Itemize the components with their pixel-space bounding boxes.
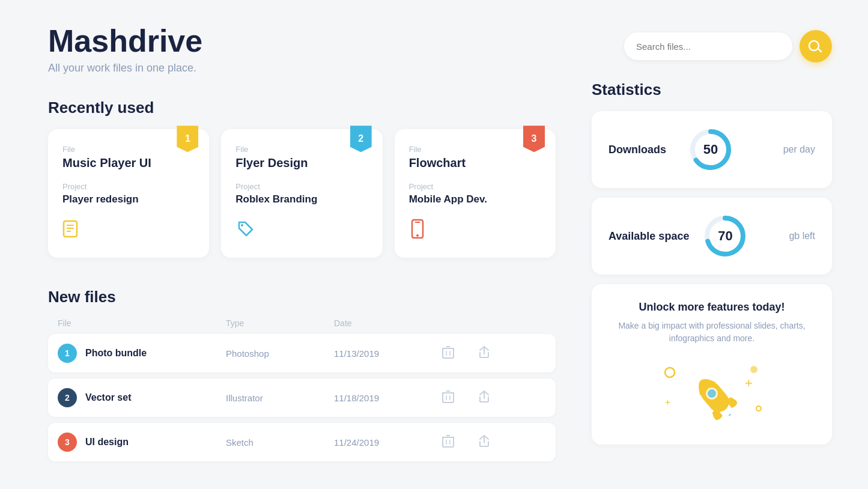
new-files-title: New files: [48, 288, 556, 306]
space-unit: gb left: [789, 231, 815, 241]
files-table: File Type Date 1 Photo bundle Photoshop …: [48, 318, 556, 461]
svg-point-4: [241, 224, 243, 226]
row-badge-1: 1: [58, 344, 77, 363]
file-date-2: 11/18/2019: [334, 393, 430, 403]
svg-text:+: +: [745, 375, 753, 390]
header-type: Type: [226, 318, 334, 328]
file-row-name-3: 3 UI design: [58, 433, 226, 452]
card-project-label-3: Project: [409, 182, 541, 191]
card-file-label-1: File: [62, 145, 195, 154]
space-circle: 70: [701, 212, 749, 260]
promo-text: Make a big impact with professional slid…: [609, 320, 815, 345]
downloads-unit: per day: [783, 144, 815, 155]
table-row[interactable]: 2 Vector set Illustrator 11/18/2019: [48, 378, 556, 417]
file-date-1: 11/13/2019: [334, 348, 430, 359]
downloads-circle: 50: [687, 126, 735, 174]
search-bar: [592, 30, 832, 62]
file-row-name-2: 2 Vector set: [58, 388, 226, 407]
file-name-1: Photo bundle: [85, 348, 147, 359]
downloads-stat-card: Downloads 50 per day: [592, 111, 832, 188]
card-file-label-2: File: [235, 145, 368, 154]
svg-rect-13: [443, 393, 454, 402]
table-row[interactable]: 3 UI design Sketch 11/24/2019: [48, 423, 556, 461]
app-subtitle: All your work files in one place.: [48, 62, 556, 74]
svg-point-27: [665, 368, 675, 377]
space-value: 70: [718, 228, 732, 244]
card-project-name-1: Player redesign: [62, 193, 195, 205]
card-badge-2: 2: [350, 126, 372, 152]
file-type-3: Sketch: [226, 437, 334, 448]
file-type-2: Illustrator: [226, 393, 334, 403]
card-file-label-3: File: [409, 145, 541, 154]
card-badge-3: 3: [523, 126, 545, 152]
promo-section: Unlock more features today! Make a big i…: [592, 284, 832, 445]
file-card-3[interactable]: 3 File Flowchart Project Mobile App Dev.: [395, 129, 556, 258]
row-badge-3: 3: [58, 433, 77, 452]
header-date: Date: [334, 318, 430, 328]
card-icon-music: [62, 219, 195, 243]
search-input[interactable]: [624, 32, 792, 60]
statistics-title: Statistics: [592, 80, 832, 99]
card-icon-phone: [409, 219, 541, 243]
file-name-2: Vector set: [85, 392, 131, 403]
file-name-3: UI design: [85, 437, 129, 448]
search-icon: [809, 39, 823, 53]
svg-rect-8: [443, 348, 454, 358]
share-action-2[interactable]: [466, 390, 502, 406]
card-file-name-2: Flyer Design: [235, 156, 368, 170]
card-project-name-2: Roblex Branding: [235, 193, 368, 205]
delete-action-2[interactable]: [430, 389, 466, 407]
card-icon-tag: [235, 219, 368, 243]
card-badge-1: 1: [177, 126, 198, 152]
card-project-label-2: Project: [235, 182, 368, 191]
downloads-value: 50: [703, 142, 718, 157]
rocket-illustration: + +: [609, 354, 815, 433]
svg-point-6: [416, 234, 419, 237]
card-file-name-1: Music Player UI: [62, 156, 195, 170]
delete-action-3[interactable]: [430, 434, 466, 451]
file-type-1: Photoshop: [226, 348, 334, 359]
delete-action-1[interactable]: [430, 345, 466, 362]
recently-used-cards: 1 File Music Player UI Project Player re…: [48, 129, 556, 258]
card-project-label-1: Project: [62, 182, 195, 191]
space-label: Available space: [609, 230, 689, 243]
card-project-name-3: Mobile App Dev.: [409, 193, 541, 205]
file-date-3: 11/24/2019: [334, 437, 430, 448]
file-card-2[interactable]: 2 File Flyer Design Project Roblex Brand…: [221, 129, 382, 258]
svg-point-28: [750, 366, 757, 373]
row-badge-2: 2: [58, 388, 77, 407]
app-title: Mashdrive: [48, 24, 556, 58]
table-row[interactable]: 1 Photo bundle Photoshop 11/13/2019: [48, 334, 556, 372]
card-file-name-3: Flowchart: [409, 156, 541, 170]
search-button[interactable]: [800, 30, 832, 62]
file-row-name-1: 1 Photo bundle: [58, 344, 226, 363]
table-header: File Type Date: [48, 318, 556, 334]
svg-rect-18: [443, 437, 454, 447]
share-action-3[interactable]: [466, 434, 502, 451]
svg-point-31: [756, 406, 761, 411]
downloads-label: Downloads: [609, 144, 675, 156]
svg-text:+: +: [665, 397, 670, 407]
file-card-1[interactable]: 1 File Music Player UI Project Player re…: [48, 129, 209, 258]
promo-title: Unlock more features today!: [609, 301, 815, 314]
space-stat-card: Available space 70 gb left: [592, 198, 832, 275]
share-action-1[interactable]: [466, 345, 502, 362]
header-file: File: [58, 318, 226, 328]
recently-used-title: Recently used: [48, 99, 556, 117]
